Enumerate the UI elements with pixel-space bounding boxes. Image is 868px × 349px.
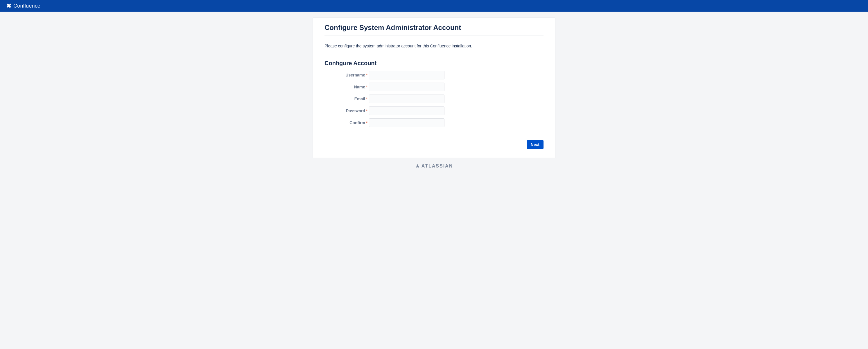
required-marker: * <box>366 120 369 125</box>
footer: ATLASSIAN <box>313 158 555 177</box>
button-bar: Next <box>324 133 544 149</box>
label-email: Email <box>324 96 366 101</box>
row-username: Username * <box>324 71 544 79</box>
vendor-name: ATLASSIAN <box>422 164 453 169</box>
topbar: Confluence <box>0 0 868 11</box>
confirm-input[interactable] <box>369 118 444 127</box>
email-input[interactable] <box>369 94 444 103</box>
label-password: Password <box>324 109 366 113</box>
row-email: Email * <box>324 94 544 103</box>
row-password: Password * <box>324 107 544 115</box>
page-description: Please configure the system administrato… <box>324 43 544 48</box>
confluence-logo-icon <box>6 3 11 9</box>
vendor-brand: ATLASSIAN <box>415 163 453 169</box>
main-card: Configure System Administrator Account P… <box>313 18 555 158</box>
next-button[interactable]: Next <box>527 140 544 149</box>
label-confirm: Confirm <box>324 120 366 125</box>
atlassian-logo-icon <box>415 163 420 169</box>
required-marker: * <box>366 109 369 113</box>
product-name: Confluence <box>13 3 40 9</box>
label-username: Username <box>324 73 366 77</box>
page-title: Configure System Administrator Account <box>324 24 544 35</box>
product-brand: Confluence <box>6 3 40 9</box>
label-name: Name <box>324 85 366 89</box>
password-input[interactable] <box>369 107 444 115</box>
name-input[interactable] <box>369 83 444 91</box>
required-marker: * <box>366 85 369 89</box>
required-marker: * <box>366 96 369 101</box>
section-title: Configure Account <box>324 60 544 67</box>
row-name: Name * <box>324 83 544 91</box>
required-marker: * <box>366 73 369 77</box>
username-input[interactable] <box>369 71 444 79</box>
row-confirm: Confirm * <box>324 118 544 127</box>
